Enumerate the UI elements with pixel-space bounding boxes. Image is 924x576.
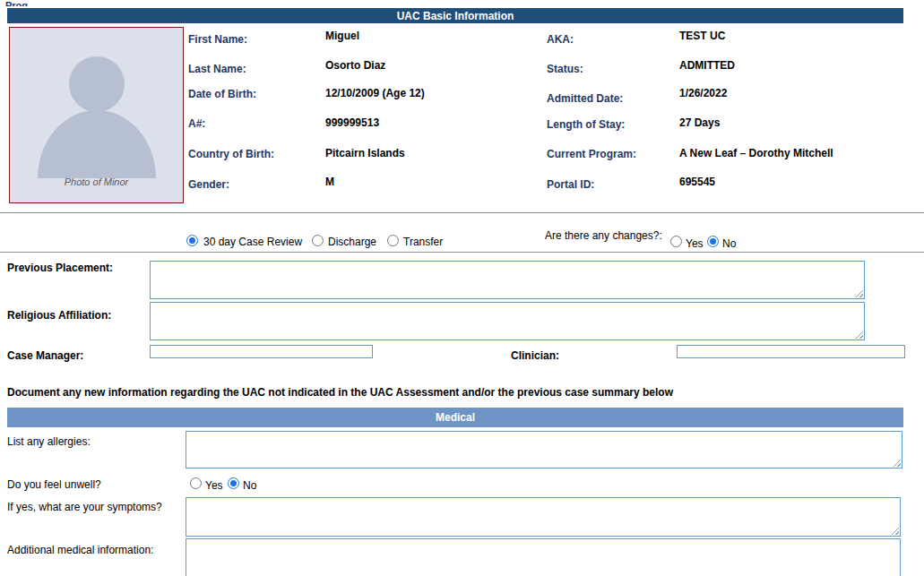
radio-label[interactable]: Transfer <box>403 236 443 248</box>
radio-label[interactable]: No <box>722 237 736 250</box>
field-value: 1/26/2022 <box>679 87 727 99</box>
instruction-text: Document any new information regarding t… <box>7 386 673 399</box>
section-header-basic-info: UAC Basic Information <box>7 8 903 23</box>
field-label: Gender: <box>188 178 229 191</box>
unwell-question-label: Do you feel unwell? <box>7 478 101 491</box>
field-label: Status: <box>547 63 583 75</box>
field-value: Miguel <box>325 30 359 42</box>
field-value: 999999513 <box>325 116 379 129</box>
religious-affiliation-textarea[interactable] <box>151 303 864 340</box>
field-value: M <box>325 176 334 188</box>
field-label: Admitted Date: <box>547 92 623 105</box>
additional-medical-textarea[interactable] <box>186 539 900 576</box>
case-manager-label: Case Manager: <box>7 349 83 362</box>
religious-affiliation-label: Religious Affiliation: <box>7 309 111 322</box>
field-label: Length of Stay: <box>547 118 625 131</box>
radio-changes-no[interactable] <box>707 236 719 247</box>
radio-30-day-case-review[interactable] <box>186 235 198 246</box>
field-value: ADMITTED <box>679 59 735 72</box>
religious-affiliation-field[interactable] <box>150 302 865 340</box>
field-label: Current Program: <box>547 148 636 160</box>
symptoms-label: If yes, what are your symptoms? <box>7 501 162 513</box>
top-clipped-text: Prog <box>5 0 28 6</box>
field-label: AKA: <box>547 33 574 46</box>
additional-medical-label: Additional medical information: <box>7 544 153 556</box>
field-value: Osorto Diaz <box>325 59 385 72</box>
field-label: Portal ID: <box>547 178 594 191</box>
silhouette-shoulders-icon <box>38 110 156 178</box>
photo-caption: Photo of Minor <box>10 176 183 187</box>
section-header-medical: Medical <box>7 408 903 427</box>
radio-unwell-yes[interactable] <box>190 477 202 489</box>
field-label: Last Name: <box>188 63 246 75</box>
allergies-textarea[interactable] <box>186 432 902 468</box>
radio-transfer[interactable] <box>387 235 399 246</box>
case-manager-input[interactable] <box>150 345 373 358</box>
previous-placement-label: Previous Placement: <box>7 262 113 274</box>
field-label: Country of Birth: <box>188 148 274 160</box>
divider <box>0 252 924 253</box>
field-value: 27 Days <box>679 116 720 129</box>
field-value: 12/10/2009 (Age 12) <box>325 87 425 99</box>
radio-label[interactable]: Discharge <box>328 236 376 248</box>
radio-label[interactable]: Yes <box>205 479 223 492</box>
field-label: Date of Birth: <box>188 88 256 100</box>
additional-medical-field[interactable] <box>186 538 901 576</box>
field-value: 695545 <box>679 176 715 188</box>
radio-unwell-no[interactable] <box>228 477 239 489</box>
field-value: Pitcairn Islands <box>325 147 405 159</box>
divider <box>0 212 924 213</box>
field-value: TEST UC <box>679 30 725 42</box>
field-label: First Name: <box>188 33 247 46</box>
allergies-field[interactable] <box>186 431 902 469</box>
field-value: A New Leaf – Dorothy Mitchell <box>679 147 833 159</box>
field-label: A#: <box>188 117 205 130</box>
symptoms-field[interactable] <box>186 497 901 537</box>
silhouette-head-icon <box>69 56 125 112</box>
radio-label[interactable]: Yes <box>686 237 704 250</box>
previous-placement-field[interactable] <box>150 261 865 299</box>
allergies-label: List any allergies: <box>7 435 91 448</box>
previous-placement-textarea[interactable] <box>151 262 864 298</box>
clinician-input[interactable] <box>677 345 905 358</box>
changes-question-label: Are there any changes?: <box>545 229 662 242</box>
radio-discharge[interactable] <box>312 235 324 246</box>
radio-changes-yes[interactable] <box>670 236 682 247</box>
symptoms-textarea[interactable] <box>186 498 900 536</box>
clinician-label: Clinician: <box>511 349 559 362</box>
radio-label[interactable]: No <box>243 479 256 492</box>
radio-label[interactable]: 30 day Case Review <box>203 236 302 248</box>
minor-photo: Photo of Minor <box>9 27 184 203</box>
